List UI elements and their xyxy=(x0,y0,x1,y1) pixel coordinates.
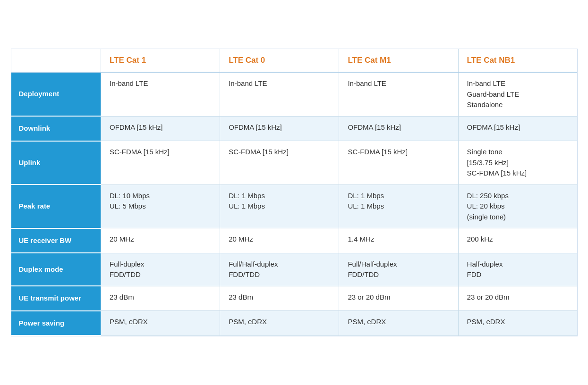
cell-4-2: 20 MHz xyxy=(220,228,339,253)
cell-0-1: In-band LTE xyxy=(101,72,220,116)
cell-4-3: 1.4 MHz xyxy=(339,228,458,253)
cell-7-2: PSM, eDRX xyxy=(220,311,339,336)
cell-7-1: PSM, eDRX xyxy=(101,311,220,336)
cell-5-4: Half-duplex FDD xyxy=(458,253,577,286)
row-label: Deployment xyxy=(11,72,101,116)
cell-7-3: PSM, eDRX xyxy=(339,311,458,336)
table-row: Power savingPSM, eDRXPSM, eDRXPSM, eDRXP… xyxy=(11,311,577,336)
cell-4-4: 200 kHz xyxy=(458,228,577,253)
cell-6-4: 23 or 20 dBm xyxy=(458,286,577,311)
row-label: UE transmit power xyxy=(11,286,101,311)
cell-6-3: 23 or 20 dBm xyxy=(339,286,458,311)
cell-0-2: In-band LTE xyxy=(220,72,339,116)
cell-5-1: Full-duplex FDD/TDD xyxy=(101,253,220,286)
cell-2-3: SC-FDMA [15 kHz] xyxy=(339,141,458,185)
row-label: Power saving xyxy=(11,311,101,336)
cell-6-1: 23 dBm xyxy=(101,286,220,311)
cell-6-2: 23 dBm xyxy=(220,286,339,311)
header-lte-catm1: LTE Cat M1 xyxy=(339,49,458,72)
cell-3-3: DL: 1 Mbps UL: 1 Mbps xyxy=(339,184,458,228)
cell-5-2: Full/Half-duplex FDD/TDD xyxy=(220,253,339,286)
header-lte-cat1: LTE Cat 1 xyxy=(101,49,220,72)
row-label: UE receiver BW xyxy=(11,228,101,253)
cell-0-3: In-band LTE xyxy=(339,72,458,116)
cell-2-1: SC-FDMA [15 kHz] xyxy=(101,141,220,185)
table-row: UE receiver BW20 MHz20 MHz1.4 MHz200 kHz xyxy=(11,228,577,253)
cell-1-1: OFDMA [15 kHz] xyxy=(101,116,220,141)
cell-3-1: DL: 10 Mbps UL: 5 Mbps xyxy=(101,184,220,228)
cell-1-2: OFDMA [15 kHz] xyxy=(220,116,339,141)
row-label: Downlink xyxy=(11,116,101,141)
row-label: Uplink xyxy=(11,141,101,185)
cell-0-4: In-band LTE Guard-band LTE Standalone xyxy=(458,72,577,116)
table-row: UE transmit power23 dBm 23 dBm 23 or 20 … xyxy=(11,286,577,311)
row-label: Peak rate xyxy=(11,184,101,228)
comparison-table: LTE Cat 1 LTE Cat 0 LTE Cat M1 LTE Cat N… xyxy=(11,49,578,336)
cell-5-3: Full/Half-duplex FDD/TDD xyxy=(339,253,458,286)
table-row: Peak rateDL: 10 Mbps UL: 5 MbpsDL: 1 Mbp… xyxy=(11,184,577,228)
table-row: UplinkSC-FDMA [15 kHz]SC-FDMA [15 kHz]SC… xyxy=(11,141,577,185)
cell-2-2: SC-FDMA [15 kHz] xyxy=(220,141,339,185)
row-label: Duplex mode xyxy=(11,253,101,286)
header-lte-catnb1: LTE Cat NB1 xyxy=(458,49,577,72)
cell-1-3: OFDMA [15 kHz] xyxy=(339,116,458,141)
cell-7-4: PSM, eDRX xyxy=(458,311,577,336)
table-row: Duplex modeFull-duplex FDD/TDDFull/Half-… xyxy=(11,253,577,286)
table-row: DownlinkOFDMA [15 kHz]OFDMA [15 kHz]OFDM… xyxy=(11,116,577,141)
cell-4-1: 20 MHz xyxy=(101,228,220,253)
cell-1-4: OFDMA [15 kHz] xyxy=(458,116,577,141)
table-row: DeploymentIn-band LTEIn-band LTEIn-band … xyxy=(11,72,577,116)
cell-2-4: Single tone [15/3.75 kHz] SC-FDMA [15 kH… xyxy=(458,141,577,185)
header-lte-cat0: LTE Cat 0 xyxy=(220,49,339,72)
cell-3-4: DL: 250 kbps UL: 20 kbps (single tone) xyxy=(458,184,577,228)
header-empty xyxy=(11,49,101,72)
cell-3-2: DL: 1 Mbps UL: 1 Mbps xyxy=(220,184,339,228)
